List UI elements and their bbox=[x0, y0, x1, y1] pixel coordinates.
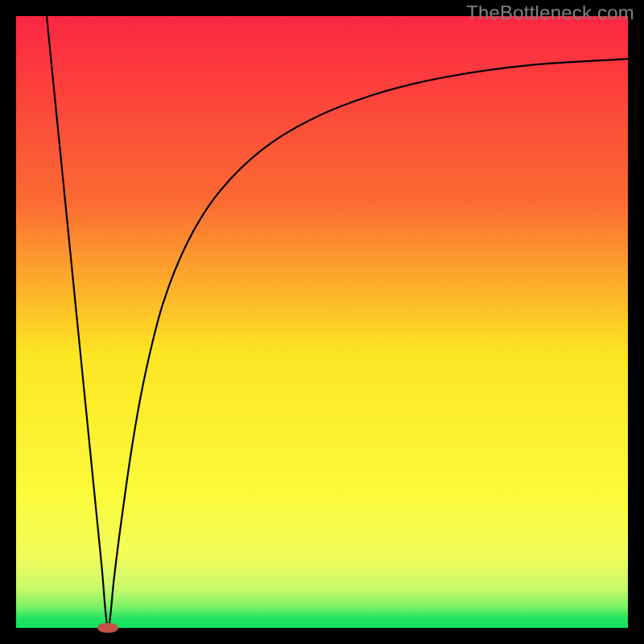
chart-frame: TheBottleneck.com bbox=[0, 0, 644, 644]
plot-area bbox=[16, 16, 628, 628]
watermark-text: TheBottleneck.com bbox=[466, 2, 634, 24]
optimal-point-marker bbox=[97, 623, 118, 633]
bottleneck-curve bbox=[16, 16, 628, 628]
